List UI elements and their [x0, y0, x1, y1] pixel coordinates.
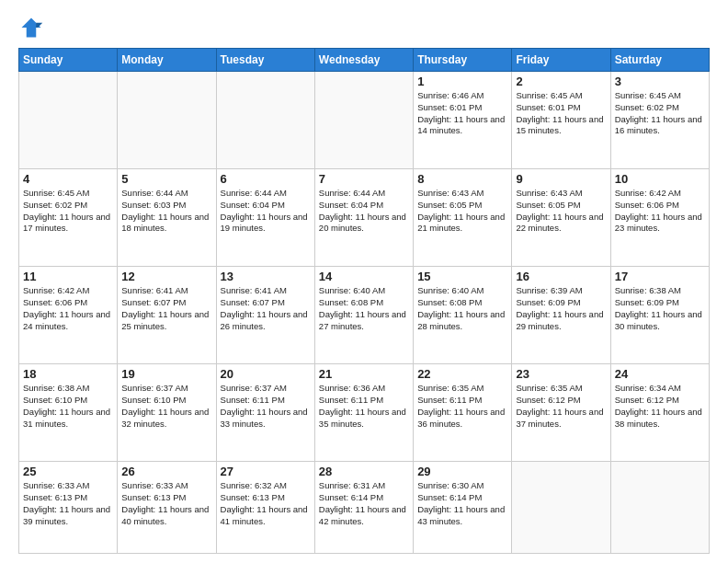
day-number: 5	[121, 172, 211, 186]
day-number: 10	[615, 172, 705, 186]
day-number: 8	[417, 172, 507, 186]
weekday-header-row: SundayMondayTuesdayWednesdayThursdayFrid…	[19, 49, 710, 72]
calendar-cell	[512, 462, 610, 554]
day-number: 26	[121, 465, 211, 478]
day-number: 19	[121, 367, 211, 381]
day-number: 29	[417, 465, 507, 478]
day-number: 11	[23, 270, 113, 283]
calendar-cell: 12Sunrise: 6:41 AM Sunset: 6:07 PM Dayli…	[118, 267, 216, 364]
day-info: Sunrise: 6:40 AM Sunset: 6:08 PM Dayligh…	[319, 285, 409, 332]
calendar-cell: 9Sunrise: 6:43 AM Sunset: 6:05 PM Daylig…	[512, 169, 610, 267]
calendar-cell: 25Sunrise: 6:33 AM Sunset: 6:13 PM Dayli…	[19, 462, 118, 554]
day-info: Sunrise: 6:44 AM Sunset: 6:04 PM Dayligh…	[319, 188, 409, 235]
weekday-header-saturday: Saturday	[610, 49, 709, 72]
calendar-week-0: 1Sunrise: 6:46 AM Sunset: 6:01 PM Daylig…	[19, 72, 710, 169]
calendar-cell: 4Sunrise: 6:45 AM Sunset: 6:02 PM Daylig…	[19, 169, 118, 267]
calendar-cell	[610, 462, 709, 554]
day-number: 6	[221, 172, 311, 186]
day-number: 13	[221, 270, 311, 283]
calendar-cell: 17Sunrise: 6:38 AM Sunset: 6:09 PM Dayli…	[610, 267, 709, 364]
weekday-header-monday: Monday	[118, 49, 216, 72]
calendar-week-3: 18Sunrise: 6:38 AM Sunset: 6:10 PM Dayli…	[19, 364, 710, 462]
calendar-cell: 5Sunrise: 6:44 AM Sunset: 6:03 PM Daylig…	[118, 169, 216, 267]
day-number: 12	[121, 270, 211, 283]
day-info: Sunrise: 6:35 AM Sunset: 6:12 PM Dayligh…	[516, 383, 606, 430]
calendar-cell: 26Sunrise: 6:33 AM Sunset: 6:13 PM Dayli…	[118, 462, 216, 554]
calendar-cell	[118, 72, 216, 169]
day-info: Sunrise: 6:41 AM Sunset: 6:07 PM Dayligh…	[121, 285, 211, 332]
calendar-cell: 19Sunrise: 6:37 AM Sunset: 6:10 PM Dayli…	[118, 364, 216, 462]
calendar-cell: 2Sunrise: 6:45 AM Sunset: 6:01 PM Daylig…	[512, 72, 610, 169]
day-number: 20	[221, 367, 311, 381]
calendar-cell: 1Sunrise: 6:46 AM Sunset: 6:01 PM Daylig…	[414, 72, 512, 169]
weekday-header-sunday: Sunday	[19, 49, 118, 72]
day-number: 25	[23, 465, 113, 478]
day-info: Sunrise: 6:43 AM Sunset: 6:05 PM Dayligh…	[516, 188, 606, 235]
calendar-cell: 11Sunrise: 6:42 AM Sunset: 6:06 PM Dayli…	[19, 267, 118, 364]
day-number: 24	[615, 367, 705, 381]
calendar-cell: 21Sunrise: 6:36 AM Sunset: 6:11 PM Dayli…	[314, 364, 413, 462]
calendar-cell: 7Sunrise: 6:44 AM Sunset: 6:04 PM Daylig…	[314, 169, 413, 267]
logo	[18, 15, 48, 40]
day-number: 9	[516, 172, 606, 186]
calendar-cell	[216, 72, 314, 169]
day-info: Sunrise: 6:44 AM Sunset: 6:03 PM Dayligh…	[121, 188, 211, 235]
calendar-cell: 29Sunrise: 6:30 AM Sunset: 6:14 PM Dayli…	[414, 462, 512, 554]
calendar-cell: 18Sunrise: 6:38 AM Sunset: 6:10 PM Dayli…	[19, 364, 118, 462]
calendar-cell: 3Sunrise: 6:45 AM Sunset: 6:02 PM Daylig…	[610, 72, 709, 169]
day-info: Sunrise: 6:32 AM Sunset: 6:13 PM Dayligh…	[221, 480, 311, 527]
calendar-cell: 10Sunrise: 6:42 AM Sunset: 6:06 PM Dayli…	[610, 169, 709, 267]
calendar-cell: 16Sunrise: 6:39 AM Sunset: 6:09 PM Dayli…	[512, 267, 610, 364]
day-info: Sunrise: 6:35 AM Sunset: 6:11 PM Dayligh…	[417, 383, 507, 430]
day-info: Sunrise: 6:45 AM Sunset: 6:02 PM Dayligh…	[615, 90, 705, 137]
calendar-cell: 23Sunrise: 6:35 AM Sunset: 6:12 PM Dayli…	[512, 364, 610, 462]
day-info: Sunrise: 6:44 AM Sunset: 6:04 PM Dayligh…	[221, 188, 311, 235]
day-info: Sunrise: 6:30 AM Sunset: 6:14 PM Dayligh…	[417, 480, 507, 527]
calendar-table: SundayMondayTuesdayWednesdayThursdayFrid…	[18, 48, 710, 554]
weekday-header-thursday: Thursday	[414, 49, 512, 72]
calendar-cell: 24Sunrise: 6:34 AM Sunset: 6:12 PM Dayli…	[610, 364, 709, 462]
day-info: Sunrise: 6:43 AM Sunset: 6:05 PM Dayligh…	[417, 188, 507, 235]
day-info: Sunrise: 6:42 AM Sunset: 6:06 PM Dayligh…	[23, 285, 113, 332]
day-info: Sunrise: 6:34 AM Sunset: 6:12 PM Dayligh…	[615, 383, 705, 430]
weekday-header-tuesday: Tuesday	[216, 49, 314, 72]
day-number: 22	[417, 367, 507, 381]
calendar-week-1: 4Sunrise: 6:45 AM Sunset: 6:02 PM Daylig…	[19, 169, 710, 267]
calendar-cell: 13Sunrise: 6:41 AM Sunset: 6:07 PM Dayli…	[216, 267, 314, 364]
day-number: 14	[319, 270, 409, 283]
calendar-cell: 15Sunrise: 6:40 AM Sunset: 6:08 PM Dayli…	[414, 267, 512, 364]
calendar-cell: 14Sunrise: 6:40 AM Sunset: 6:08 PM Dayli…	[314, 267, 413, 364]
day-info: Sunrise: 6:39 AM Sunset: 6:09 PM Dayligh…	[516, 285, 606, 332]
calendar-cell	[314, 72, 413, 169]
day-info: Sunrise: 6:40 AM Sunset: 6:08 PM Dayligh…	[417, 285, 507, 332]
calendar-cell: 8Sunrise: 6:43 AM Sunset: 6:05 PM Daylig…	[414, 169, 512, 267]
day-number: 3	[615, 75, 705, 88]
logo-icon	[18, 15, 44, 40]
day-info: Sunrise: 6:38 AM Sunset: 6:09 PM Dayligh…	[615, 285, 705, 332]
day-info: Sunrise: 6:45 AM Sunset: 6:01 PM Dayligh…	[516, 90, 606, 137]
day-info: Sunrise: 6:33 AM Sunset: 6:13 PM Dayligh…	[121, 480, 211, 527]
day-info: Sunrise: 6:36 AM Sunset: 6:11 PM Dayligh…	[319, 383, 409, 430]
day-number: 28	[319, 465, 409, 478]
calendar-cell: 6Sunrise: 6:44 AM Sunset: 6:04 PM Daylig…	[216, 169, 314, 267]
day-info: Sunrise: 6:41 AM Sunset: 6:07 PM Dayligh…	[221, 285, 311, 332]
svg-marker-0	[22, 18, 41, 38]
day-number: 1	[417, 75, 507, 88]
day-number: 2	[516, 75, 606, 88]
calendar-cell	[19, 72, 118, 169]
day-info: Sunrise: 6:31 AM Sunset: 6:14 PM Dayligh…	[319, 480, 409, 527]
calendar-week-4: 25Sunrise: 6:33 AM Sunset: 6:13 PM Dayli…	[19, 462, 710, 554]
calendar-week-2: 11Sunrise: 6:42 AM Sunset: 6:06 PM Dayli…	[19, 267, 710, 364]
day-info: Sunrise: 6:33 AM Sunset: 6:13 PM Dayligh…	[23, 480, 113, 527]
day-number: 18	[23, 367, 113, 381]
calendar-cell: 28Sunrise: 6:31 AM Sunset: 6:14 PM Dayli…	[314, 462, 413, 554]
day-number: 27	[221, 465, 311, 478]
day-number: 7	[319, 172, 409, 186]
calendar-cell: 27Sunrise: 6:32 AM Sunset: 6:13 PM Dayli…	[216, 462, 314, 554]
day-info: Sunrise: 6:37 AM Sunset: 6:10 PM Dayligh…	[121, 383, 211, 430]
day-number: 17	[615, 270, 705, 283]
day-info: Sunrise: 6:46 AM Sunset: 6:01 PM Dayligh…	[417, 90, 507, 137]
day-info: Sunrise: 6:38 AM Sunset: 6:10 PM Dayligh…	[23, 383, 113, 430]
day-info: Sunrise: 6:45 AM Sunset: 6:02 PM Dayligh…	[23, 188, 113, 235]
day-number: 16	[516, 270, 606, 283]
